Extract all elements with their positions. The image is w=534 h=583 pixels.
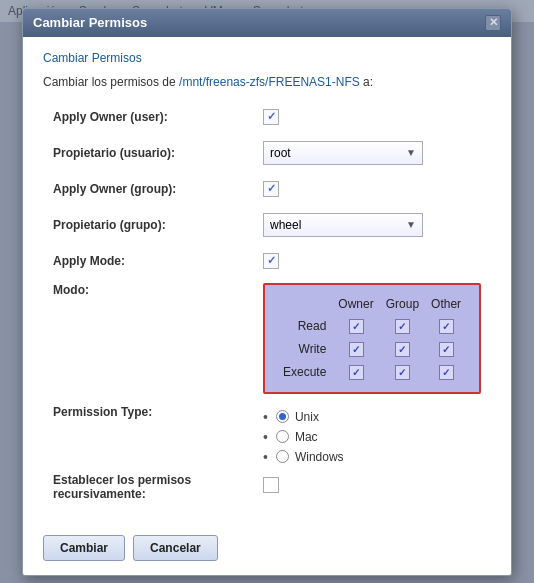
modo-execute-other-cell: [427, 363, 465, 382]
modo-write-other-checkbox[interactable]: [439, 342, 454, 357]
apply-mode-row: Apply Mode:: [43, 247, 491, 275]
modal-description: Cambiar los permisos de /mnt/freenas-zfs…: [43, 75, 491, 89]
modo-execute-label: Execute: [279, 363, 330, 382]
bullet-mac: •: [263, 429, 268, 445]
perm-option-mac: • Mac: [263, 429, 491, 445]
modo-read-group-cell: [382, 317, 423, 336]
modo-write-other-cell: [427, 340, 465, 359]
propietario-grupo-row: Propietario (grupo): wheel ▼: [43, 211, 491, 239]
modal-subtitle: Cambiar Permisos: [43, 51, 491, 65]
modo-header-empty: [279, 295, 330, 313]
apply-owner-group-label: Apply Owner (group):: [43, 182, 263, 196]
modo-header-other: Other: [427, 295, 465, 313]
modo-read-label: Read: [279, 317, 330, 336]
modo-write-group-cell: [382, 340, 423, 359]
modo-permissions-box: Owner Group Other Read: [263, 283, 481, 394]
modo-read-owner-checkbox[interactable]: [349, 319, 364, 334]
recursive-label: Establecer los permisos recursivamente:: [43, 473, 263, 501]
modo-execute-row: Execute: [279, 363, 465, 382]
modal-footer: Cambiar Cancelar: [23, 525, 511, 575]
cambiar-permisos-dialog: Cambiar Permisos ✕ Cambiar Permisos Camb…: [22, 8, 512, 576]
modo-write-label: Write: [279, 340, 330, 359]
apply-owner-group-row: Apply Owner (group):: [43, 175, 491, 203]
permission-type-options: • Unix • Mac • Windows: [263, 405, 491, 465]
modo-write-group-checkbox[interactable]: [395, 342, 410, 357]
radio-unix[interactable]: [276, 410, 289, 423]
perm-windows-label: Windows: [295, 450, 344, 464]
propietario-usuario-label: Propietario (usuario):: [43, 146, 263, 160]
modo-execute-owner-cell: [334, 363, 377, 382]
modo-read-other-checkbox[interactable]: [439, 319, 454, 334]
propietario-grupo-control: wheel ▼: [263, 213, 491, 237]
modo-label: Modo:: [43, 283, 263, 297]
apply-owner-user-label: Apply Owner (user):: [43, 110, 263, 124]
modo-execute-group-cell: [382, 363, 423, 382]
recursive-checkbox[interactable]: [263, 477, 279, 493]
recursive-control: [263, 477, 491, 496]
bullet-unix: •: [263, 409, 268, 425]
modal-overlay: Cambiar Permisos ✕ Cambiar Permisos Camb…: [0, 0, 534, 583]
permission-type-control: • Unix • Mac • Windows: [263, 405, 491, 465]
modal-titlebar: Cambiar Permisos ✕: [23, 9, 511, 37]
cancel-button[interactable]: Cancelar: [133, 535, 218, 561]
save-button[interactable]: Cambiar: [43, 535, 125, 561]
modo-read-group-checkbox[interactable]: [395, 319, 410, 334]
bullet-windows: •: [263, 449, 268, 465]
modo-header-row: Owner Group Other: [279, 295, 465, 313]
radio-mac[interactable]: [276, 430, 289, 443]
modo-header-group: Group: [382, 295, 423, 313]
propietario-usuario-value: root: [270, 146, 291, 160]
apply-mode-label: Apply Mode:: [43, 254, 263, 268]
apply-owner-group-checkbox[interactable]: [263, 181, 279, 197]
modo-row: Modo: Owner Group Other: [43, 283, 491, 397]
recursive-row: Establecer los permisos recursivamente:: [43, 473, 491, 501]
propietario-grupo-select[interactable]: wheel ▼: [263, 213, 423, 237]
modo-read-other-cell: [427, 317, 465, 336]
perm-option-windows: • Windows: [263, 449, 491, 465]
apply-mode-control: [263, 252, 491, 269]
radio-windows[interactable]: [276, 450, 289, 463]
modo-execute-other-checkbox[interactable]: [439, 365, 454, 380]
modo-control: Owner Group Other Read: [263, 283, 491, 397]
perm-mac-label: Mac: [295, 430, 318, 444]
perm-option-unix: • Unix: [263, 409, 491, 425]
permission-type-row: Permission Type: • Unix • Mac: [43, 405, 491, 465]
modo-write-owner-cell: [334, 340, 377, 359]
propietario-grupo-value: wheel: [270, 218, 301, 232]
modo-write-row: Write: [279, 340, 465, 359]
modal-title: Cambiar Permisos: [33, 15, 147, 30]
permission-type-label: Permission Type:: [43, 405, 263, 419]
dropdown-arrow-icon: ▼: [406, 147, 416, 158]
dropdown-arrow-icon-2: ▼: [406, 219, 416, 230]
path-label: /mnt/freenas-zfs/FREENAS1-NFS: [179, 75, 360, 89]
modo-header-owner: Owner: [334, 295, 377, 313]
apply-mode-checkbox[interactable]: [263, 253, 279, 269]
propietario-usuario-row: Propietario (usuario): root ▼: [43, 139, 491, 167]
apply-owner-user-checkbox[interactable]: [263, 109, 279, 125]
apply-owner-user-row: Apply Owner (user):: [43, 103, 491, 131]
close-button[interactable]: ✕: [485, 15, 501, 31]
propietario-usuario-control: root ▼: [263, 141, 491, 165]
modo-read-row: Read: [279, 317, 465, 336]
modo-read-owner-cell: [334, 317, 377, 336]
modo-grid: Owner Group Other Read: [275, 291, 469, 386]
modal-body: Cambiar Permisos Cambiar los permisos de…: [23, 37, 511, 525]
modo-execute-owner-checkbox[interactable]: [349, 365, 364, 380]
propietario-usuario-select[interactable]: root ▼: [263, 141, 423, 165]
propietario-grupo-label: Propietario (grupo):: [43, 218, 263, 232]
apply-owner-group-control: [263, 180, 491, 197]
perm-unix-label: Unix: [295, 410, 319, 424]
apply-owner-user-control: [263, 108, 491, 125]
modo-write-owner-checkbox[interactable]: [349, 342, 364, 357]
modo-execute-group-checkbox[interactable]: [395, 365, 410, 380]
